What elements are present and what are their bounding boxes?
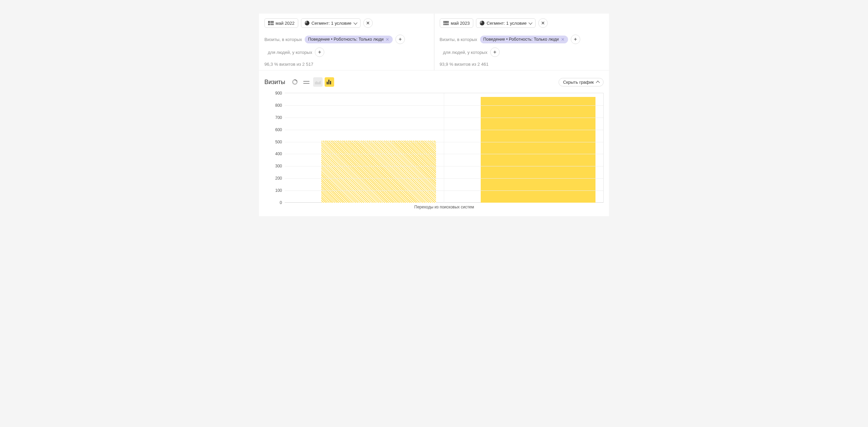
visits-filter-prefix: Визиты, в которых [440,37,477,42]
people-filter-prefix: для людей, у которых [443,50,487,55]
y-tick-label: 900 [268,91,282,96]
chart-view-area-button[interactable] [313,77,323,87]
y-tick-label: 600 [268,127,282,132]
y-tick-label: 200 [268,176,282,181]
add-people-filter-button[interactable]: + [490,47,500,57]
chart-bar[interactable] [321,141,436,203]
plus-icon: + [318,49,321,55]
close-icon: ✕ [366,21,370,25]
hide-chart-button[interactable]: Скрыть график [559,78,604,86]
visits-filter-row: Визиты, в которых Поведение • Роботность… [264,35,429,44]
plus-icon: + [398,37,402,42]
filter-chip-robots[interactable]: Поведение • Роботность: Только люди ✕ [305,36,393,43]
y-gridline [285,190,603,191]
y-tick-label: 800 [268,103,282,108]
y-tick-label: 0 [268,200,282,205]
remove-segment-button[interactable]: ✕ [538,18,548,28]
y-tick-label: 500 [268,140,282,144]
y-gridline [285,154,603,154]
chart-view-toggle [290,77,334,87]
y-tick-label: 700 [268,115,282,120]
remove-segment-button[interactable]: ✕ [363,18,373,28]
plus-icon: + [574,37,577,42]
segment-dropdown[interactable]: Сегмент: 1 условие [476,18,536,28]
people-filter-prefix: для людей, у которых [268,50,312,55]
y-gridline [285,118,603,118]
bar-slot [444,93,603,203]
plot-area: 0100200300400500600700800900 [285,93,604,203]
segment-dropdown[interactable]: Сегмент: 1 условие [301,18,361,28]
date-picker-button[interactable]: май 2022 [264,18,298,28]
segment-compare-row: май 2022 Сегмент: 1 условие ✕ Визиты, в … [259,14,609,70]
date-label: май 2022 [276,21,295,26]
bar-group [285,93,603,203]
chip-remove-icon[interactable]: ✕ [386,37,389,42]
chevron-down-icon [353,21,357,24]
chart-plot: 0100200300400500600700800900 Переходы из… [264,93,604,209]
close-icon: ✕ [541,21,545,25]
chart-body: 0100200300400500600700800900 Переходы из… [259,90,609,216]
plus-icon: + [493,49,496,55]
pie-icon [480,21,484,25]
chart-view-bar-button[interactable] [325,77,334,87]
y-gridline [285,166,603,166]
date-picker-button[interactable]: май 2023 [440,18,474,28]
y-gridline [285,105,603,106]
filter-chip-robots[interactable]: Поведение • Роботность: Только люди ✕ [480,36,568,43]
x-axis-label: Переходы из поисковых систем [285,205,604,209]
hide-chart-label: Скрыть график [563,80,594,85]
filter-chip-label: Поведение • Роботность: Только люди [308,37,384,42]
add-visit-filter-button[interactable]: + [395,35,405,44]
visits-filter-prefix: Визиты, в которых [264,37,302,42]
chart-bar[interactable] [481,97,595,203]
area-chart-icon [315,80,321,84]
chevron-down-icon [529,21,533,24]
segment-label: Сегмент: 1 условие [311,21,351,26]
chart-header: Визиты Скрыть график [259,70,609,90]
filter-chip-label: Поведение • Роботность: Только люди [483,37,559,42]
bar-chart-icon [327,80,332,84]
analytics-panel: май 2022 Сегмент: 1 условие ✕ Визиты, в … [259,14,609,216]
chart-view-pie-button[interactable] [290,77,300,87]
chart-view-line-button[interactable] [302,77,311,87]
y-gridline [285,142,603,142]
add-visit-filter-button[interactable]: + [571,35,580,44]
segment-column-b: май 2023 Сегмент: 1 условие ✕ Визиты, в … [434,14,609,70]
chevron-up-icon [596,81,600,84]
visits-filter-row: Визиты, в которых Поведение • Роботность… [440,35,604,44]
chart-title: Визиты [264,79,285,86]
segment-column-a: май 2022 Сегмент: 1 условие ✕ Визиты, в … [259,14,434,70]
donut-chart-icon [291,78,299,86]
y-gridline [285,130,603,130]
segment-stats: 96,3 % визитов из 2 517 [264,62,429,67]
y-tick-label: 100 [268,188,282,193]
people-filter-row: для людей, у которых + [264,47,429,57]
date-label: май 2023 [451,21,470,26]
y-gridline [285,178,603,179]
line-chart-icon [303,80,309,84]
y-tick-label: 400 [268,151,282,156]
calendar-icon [443,21,449,25]
bar-slot [285,93,444,203]
pie-icon [305,21,309,25]
y-tick-label: 300 [268,164,282,168]
people-filter-row: для людей, у которых + [440,47,604,57]
calendar-icon [268,21,274,25]
chip-remove-icon[interactable]: ✕ [561,37,565,42]
add-people-filter-button[interactable]: + [315,47,324,57]
segment-label: Сегмент: 1 условие [486,21,526,26]
segment-stats: 93,9 % визитов из 2 461 [440,62,604,67]
